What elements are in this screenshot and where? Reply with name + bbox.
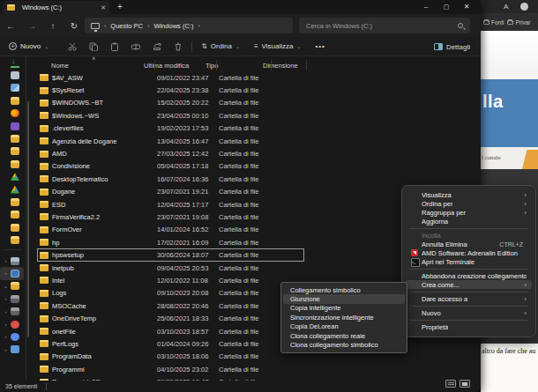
sidebar-chevron-icon[interactable]: ›: [3, 322, 9, 327]
sidebar-item[interactable]: ›: [0, 305, 26, 317]
sidebar-item[interactable]: [0, 69, 26, 81]
file-row[interactable]: FormOver 14/01/2024 16:52 Cartella di fi…: [26, 224, 392, 236]
sidebar-chevron-icon[interactable]: ⌄: [3, 283, 9, 289]
file-row[interactable]: AMD 27/03/2025 12:42 Cartella di file: [26, 147, 392, 159]
breadcrumb-this-pc[interactable]: Questo PC: [110, 22, 143, 30]
file-row[interactable]: Dogane 23/07/2021 19:21 Cartella di file: [26, 186, 392, 198]
submenu-item[interactable]: Sincronizzazione intelligente: [283, 313, 405, 322]
file-row[interactable]: $SysReset 22/04/2025 23:38 Cartella di f…: [26, 84, 392, 96]
file-row[interactable]: hp 17/02/2021 16:09 Cartella di file: [26, 236, 392, 248]
sidebar-item[interactable]: [0, 171, 26, 183]
sidebar-item[interactable]: [0, 196, 26, 208]
submenu-item[interactable]: Giunzione: [283, 294, 405, 303]
context-menu-item[interactable]: Incolla: [406, 231, 532, 240]
minimize-button[interactable]: [416, 0, 436, 13]
submenu-item[interactable]: Collegamento simbolico: [283, 285, 405, 294]
sidebar-chevron-icon[interactable]: ›: [3, 270, 9, 276]
context-menu-item[interactable]: Apri nel Terminale: [406, 257, 532, 266]
sidebar-item[interactable]: ›: [0, 255, 26, 267]
file-row[interactable]: $WINDOWS.~BT 15/02/2025 20:22 Cartella d…: [26, 97, 392, 109]
sidebar-item[interactable]: ›: [0, 292, 26, 305]
details-view-icon[interactable]: [445, 380, 456, 388]
context-menu-item[interactable]: Ordina per ›: [406, 199, 532, 208]
sidebar-chevron-icon[interactable]: ›: [3, 334, 9, 339]
sidebar-item[interactable]: [0, 56, 26, 69]
sidebar-item[interactable]: [0, 145, 26, 158]
sidebar-item[interactable]: [0, 221, 26, 233]
file-row[interactable]: DesktopTelematico 16/07/2024 16:36 Carte…: [26, 173, 392, 185]
column-header-date[interactable]: Ultima modifica: [144, 62, 205, 70]
file-row[interactable]: Programmi 04/10/2025 23:02 Cartella di f…: [26, 363, 392, 375]
context-menu-item[interactable]: Nuovo ›: [406, 309, 532, 318]
sidebar-item[interactable]: ›: [0, 318, 26, 330]
sidebar-item[interactable]: ⌄: [0, 280, 26, 292]
column-divider[interactable]: [216, 60, 217, 70]
address-bar[interactable]: Questo PC Windows (C:): [85, 18, 293, 33]
context-menu-item[interactable]: Dare accesso a ›: [406, 295, 532, 304]
sidebar-item[interactable]: [0, 107, 26, 120]
file-row[interactable]: hpswsetup 30/06/2024 18:07 Cartella di f…: [26, 248, 392, 261]
column-divider[interactable]: [306, 60, 307, 70]
context-menu-item[interactable]: Proprietà: [406, 323, 532, 332]
submenu-item[interactable]: Clona collegamento reale: [283, 331, 405, 340]
sidebar-item[interactable]: [0, 82, 26, 94]
details-pane-button[interactable]: Dettagli: [434, 37, 470, 56]
search-icon[interactable]: [458, 23, 463, 28]
file-row[interactable]: FirmaVerifica2.2 23/07/2021 19:08 Cartel…: [26, 211, 392, 223]
sidebar-item[interactable]: [0, 120, 26, 132]
submenu-item[interactable]: Clona collegamento simbolico: [283, 340, 405, 349]
share-icon[interactable]: [153, 42, 161, 51]
refresh-icon[interactable]: ↻: [64, 21, 85, 31]
column-divider[interactable]: [154, 60, 155, 70]
sidebar-item[interactable]: [0, 94, 26, 107]
delete-icon[interactable]: [174, 42, 183, 51]
context-menu-item[interactable]: Abbandona creazione collegamento: [406, 271, 532, 280]
bookmark-folder[interactable]: Fonti: [483, 19, 504, 26]
browser-profile-avatar[interactable]: [520, 3, 528, 11]
context-menu-item[interactable]: Raggruppa per ›: [406, 208, 532, 217]
sidebar-item[interactable]: ›: [0, 267, 24, 279]
forward-icon[interactable]: →: [21, 21, 42, 31]
browser-extension-icon[interactable]: A: [504, 3, 508, 11]
breadcrumb-drive[interactable]: Windows (C:): [153, 22, 193, 30]
sidebar-item[interactable]: [0, 233, 26, 246]
sort-button[interactable]: ⇅ Ordina ⌄: [201, 42, 240, 50]
up-icon[interactable]: ↑: [42, 21, 64, 31]
column-header-type[interactable]: Tipo: [205, 62, 260, 70]
new-item-button[interactable]: + Nuovo ⌄: [9, 42, 49, 50]
column-header-name[interactable]: Nome: [26, 62, 144, 70]
context-menu-item[interactable]: Aggiorna: [406, 217, 532, 226]
file-row[interactable]: ESD 12/04/2025 17:17 Cartella di file: [26, 198, 392, 211]
column-divider[interactable]: [271, 60, 272, 70]
cut-icon[interactable]: [68, 42, 77, 51]
sidebar-chevron-icon[interactable]: ›: [3, 296, 9, 301]
more-options-icon[interactable]: •••: [315, 42, 325, 50]
maximize-button[interactable]: [437, 0, 456, 13]
view-button[interactable]: ≡ Visualizza ⌄: [254, 42, 302, 50]
thumbnail-view-icon[interactable]: [460, 380, 470, 388]
file-row[interactable]: .cleverfiles 19/02/2023 17:53 Cartella d…: [26, 122, 392, 135]
sidebar-item[interactable]: [0, 209, 26, 221]
sidebar-item[interactable]: [0, 158, 26, 170]
sidebar-item[interactable]: [0, 132, 26, 144]
new-tab-button[interactable]: +: [117, 2, 123, 12]
file-row[interactable]: Condivisione 05/04/2025 17:18 Cartella d…: [26, 160, 392, 173]
sidebar-chevron-icon[interactable]: ›: [3, 258, 9, 263]
paste-icon[interactable]: [110, 42, 119, 51]
sidebar-chevron-icon[interactable]: ›: [3, 347, 9, 352]
column-header-size[interactable]: Dimensione: [260, 62, 304, 70]
submenu-item[interactable]: Copia DeLorean: [283, 322, 405, 331]
explorer-tab[interactable]: Windows (C:) ✕: [3, 1, 110, 14]
file-row[interactable]: $AV_ASW 09/01/2022 23:47 Cartella di fil…: [26, 71, 392, 84]
sidebar-item[interactable]: [0, 183, 26, 196]
list-scrollbar[interactable]: [27, 101, 29, 337]
context-menu-item[interactable]: Annulla Elimina CTRL+Z: [406, 240, 532, 248]
context-menu-item[interactable]: Visualizza ›: [406, 190, 532, 199]
sidebar-item[interactable]: ›: [0, 344, 26, 356]
file-row[interactable]: $Windows.~WS 23/04/2025 00:10 Cartella d…: [26, 109, 392, 122]
copy-icon[interactable]: [89, 42, 98, 51]
back-icon[interactable]: ←: [0, 21, 21, 31]
search-input[interactable]: Cerca in Windows (C:): [299, 18, 470, 33]
close-button[interactable]: [457, 0, 476, 13]
bookmark-folder[interactable]: Privar: [507, 19, 530, 26]
